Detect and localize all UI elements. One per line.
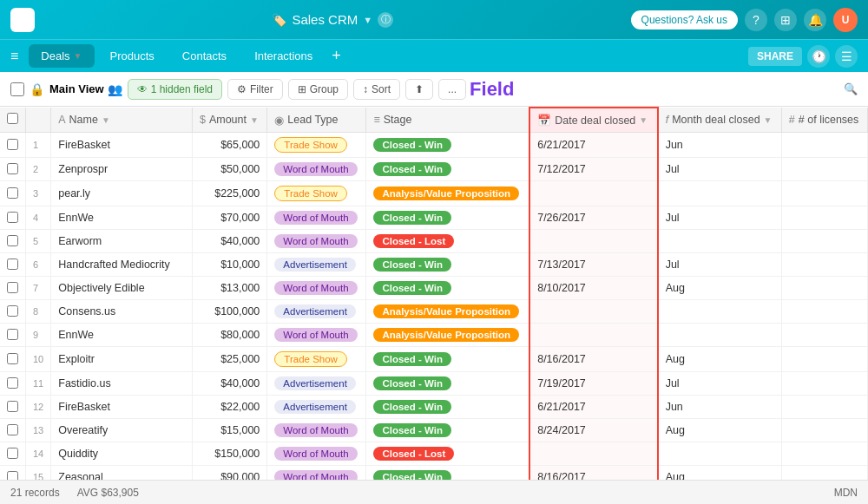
select-all-checkbox[interactable] <box>10 82 24 96</box>
row-amount: $40,000 <box>192 230 266 253</box>
questions-button[interactable]: Questions? Ask us <box>631 10 738 29</box>
row-stage: Closed - Win <box>366 466 529 481</box>
col-month-header[interactable]: f Month deal closed ▼ <box>658 108 782 133</box>
row-checkbox-cell[interactable] <box>0 206 26 230</box>
row-lead-type: Word of Mouth <box>267 419 366 442</box>
row-checkbox-cell[interactable] <box>0 133 26 158</box>
share-button[interactable]: SHARE <box>748 47 802 66</box>
row-number: 7 <box>26 277 51 300</box>
month-sort-icon[interactable]: ▼ <box>764 115 773 125</box>
col-amount-header[interactable]: $ Amount ▼ <box>192 108 266 133</box>
more-button[interactable]: ... <box>438 79 466 100</box>
row-checkbox[interactable] <box>7 139 18 150</box>
row-name: EnnWe <box>51 324 193 347</box>
row-checkbox-cell[interactable] <box>0 372 26 396</box>
grid-button[interactable]: ⊞ <box>774 9 797 31</box>
row-checkbox[interactable] <box>7 401 18 412</box>
table-row: 1 FireBasket $65,000 Trade Show Closed -… <box>0 133 868 158</box>
view-people-icon: 👥 <box>108 82 122 96</box>
row-checkbox[interactable] <box>7 329 18 340</box>
row-name: Objectively Edible <box>51 277 193 300</box>
nav-tab-contacts[interactable]: Contacts <box>170 44 239 68</box>
row-checkbox[interactable] <box>7 259 18 270</box>
amount-sort-icon[interactable]: ▼ <box>250 115 259 125</box>
notifications-button[interactable]: 🔔 <box>804 9 826 31</box>
row-checkbox-cell[interactable] <box>0 347 26 372</box>
col-stage-header[interactable]: ≡ Stage <box>366 108 529 133</box>
row-checkbox-cell[interactable] <box>0 277 26 300</box>
row-checkbox-cell[interactable] <box>0 300 26 324</box>
row-lead-type: Trade Show <box>267 181 366 206</box>
nav-tab-deals[interactable]: Deals ▼ <box>29 44 94 68</box>
col-licenses-header[interactable]: # # of licenses <box>781 108 867 133</box>
table-row: 14 Quiddity $150,000 Word of Mouth Close… <box>0 442 868 466</box>
row-date-closed: 7/13/2017 <box>529 253 657 277</box>
row-checkbox-cell[interactable] <box>0 442 26 466</box>
row-checkbox[interactable] <box>7 377 18 389</box>
row-licenses <box>781 206 867 230</box>
nav-bar: ≡ Deals ▼ Products Contacts Interactions… <box>0 39 868 72</box>
row-checkbox[interactable] <box>7 212 18 223</box>
row-checkbox-cell[interactable] <box>0 419 26 442</box>
table-row: 11 Fastidio.us $40,000 Advertisement Clo… <box>0 372 868 396</box>
row-number: 11 <box>26 372 51 396</box>
row-checkbox-cell[interactable] <box>0 158 26 181</box>
row-checkbox[interactable] <box>7 448 18 459</box>
row-date-closed: 6/21/2017 <box>529 133 657 158</box>
row-stage: Closed - Win <box>366 396 529 419</box>
row-checkbox[interactable] <box>7 353 18 364</box>
name-sort-icon[interactable]: ▼ <box>102 115 110 125</box>
export-button[interactable]: ⬆ <box>405 79 433 100</box>
row-licenses <box>781 158 867 181</box>
row-checkbox-cell[interactable] <box>0 181 26 206</box>
nav-tab-products[interactable]: Products <box>98 44 167 68</box>
app-title: Sales CRM <box>292 12 358 27</box>
hamburger-icon[interactable]: ≡ <box>10 49 18 64</box>
date-sort-icon[interactable]: ▼ <box>639 115 648 125</box>
group-button[interactable]: ⊞ Group <box>288 79 348 100</box>
info-icon[interactable]: ⓘ <box>378 12 393 28</box>
app-logo <box>10 8 35 32</box>
row-licenses <box>781 230 867 253</box>
row-month-closed: Jul <box>658 372 782 396</box>
row-checkbox[interactable] <box>7 471 18 481</box>
sort-button[interactable]: ↕ Sort <box>353 79 400 100</box>
hidden-field-button[interactable]: 👁 1 hidden field <box>128 79 222 100</box>
row-checkbox[interactable] <box>7 187 18 199</box>
row-checkbox[interactable] <box>7 163 18 174</box>
row-checkbox-cell[interactable] <box>0 324 26 347</box>
history-button[interactable]: 🕐 <box>807 45 830 68</box>
row-checkbox[interactable] <box>7 235 18 246</box>
nav-tab-interactions[interactable]: Interactions <box>242 44 325 68</box>
view-toggle-button[interactable]: ☰ <box>835 45 858 68</box>
title-arrow[interactable]: ▼ <box>363 15 372 25</box>
row-month-closed: Jul <box>658 253 782 277</box>
row-checkbox-cell[interactable] <box>0 396 26 419</box>
row-month-closed <box>658 230 782 253</box>
search-icon[interactable]: 🔍 <box>844 82 858 95</box>
avatar[interactable]: U <box>833 8 858 32</box>
add-tab-button[interactable]: + <box>328 47 345 65</box>
row-checkbox[interactable] <box>7 282 18 293</box>
row-date-closed <box>529 230 657 253</box>
col-date-header[interactable]: 📅 Date deal closed ▼ <box>529 108 657 133</box>
row-checkbox-cell[interactable] <box>0 253 26 277</box>
row-licenses <box>781 442 867 466</box>
filter-button[interactable]: ⚙ Filter <box>227 79 283 100</box>
row-month-closed: Aug <box>658 347 782 372</box>
row-date-closed: 8/10/2017 <box>529 277 657 300</box>
col-leadtype-header[interactable]: ◉ Lead Type <box>267 108 366 133</box>
row-checkbox[interactable] <box>7 305 18 317</box>
row-date-closed: 6/21/2017 <box>529 396 657 419</box>
row-number: 13 <box>26 419 51 442</box>
help-button[interactable]: ? <box>745 9 767 31</box>
row-checkbox-cell[interactable] <box>0 230 26 253</box>
row-licenses <box>781 419 867 442</box>
row-checkbox[interactable] <box>7 424 18 435</box>
row-checkbox-cell[interactable] <box>0 466 26 481</box>
col-name-header[interactable]: A Name ▼ <box>51 108 193 133</box>
thead-checkbox[interactable] <box>7 113 18 124</box>
deals-arrow: ▼ <box>74 51 82 61</box>
stage-col-icon: ≡ <box>373 114 379 126</box>
row-month-closed: Jun <box>658 396 782 419</box>
